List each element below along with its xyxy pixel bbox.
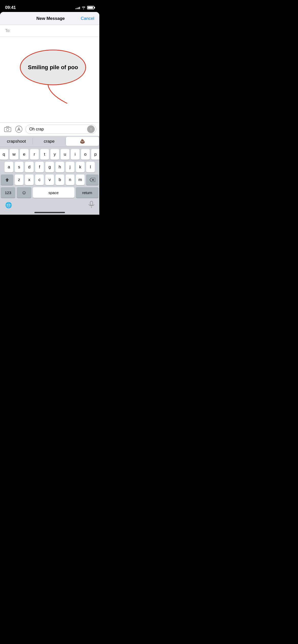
key-h[interactable]: h [56, 162, 64, 172]
key-c[interactable]: c [35, 174, 44, 185]
microphone-icon [89, 201, 94, 208]
key-i[interactable]: i [71, 149, 79, 160]
emoji-tooltip-text: Smiling pile of poo [28, 64, 78, 71]
keyboard-bottom-bar: 🌐 [0, 199, 99, 215]
signal-bar-2 [77, 8, 77, 9]
keyboard-rows: q w e r t y u i o p a s d f g h j k [0, 147, 99, 199]
tooltip-tail-icon [47, 84, 70, 105]
svg-point-1 [6, 128, 9, 131]
key-z[interactable]: z [15, 174, 23, 185]
key-o[interactable]: o [81, 149, 90, 160]
delete-key[interactable] [86, 174, 99, 185]
home-line [34, 212, 65, 213]
cancel-button[interactable]: Cancel [81, 16, 94, 21]
send-button[interactable]: ↑ [87, 125, 95, 133]
key-b[interactable]: b [56, 174, 64, 185]
key-f[interactable]: f [35, 162, 44, 172]
key-g[interactable]: g [45, 162, 54, 172]
camera-icon [4, 126, 11, 132]
message-input-text: Oh crap [29, 127, 86, 131]
emoji-tooltip-bubble: Smiling pile of poo [20, 50, 86, 85]
app-container: New Message Cancel To: Smiling pile of p… [0, 12, 99, 215]
globe-icon[interactable]: 🌐 [5, 202, 12, 209]
shift-icon [5, 178, 9, 182]
key-row-1: q w e r t y u i o p [1, 149, 99, 160]
message-input-wrap[interactable]: Oh crap ↑ [25, 125, 96, 134]
appstore-button[interactable]: A [14, 125, 23, 134]
home-indicator [34, 212, 65, 213]
key-j[interactable]: j [66, 162, 74, 172]
key-l[interactable]: l [86, 162, 95, 172]
input-bar: A Oh crap ↑ [0, 122, 99, 136]
status-time: 09:41 [5, 5, 16, 10]
key-r[interactable]: r [30, 149, 39, 160]
key-a[interactable]: a [5, 162, 13, 172]
signal-bar-3 [78, 7, 79, 9]
key-n[interactable]: n [66, 174, 74, 185]
message-area[interactable]: Smiling pile of poo [0, 37, 99, 122]
autocomplete-item-2[interactable]: crape [33, 136, 66, 147]
svg-rect-4 [90, 201, 93, 205]
key-k[interactable]: k [76, 162, 85, 172]
key-row-bottom: 123 ☺ space return [1, 187, 99, 198]
key-p[interactable]: p [91, 149, 99, 160]
autocomplete-item-3[interactable]: 💩 [66, 137, 99, 146]
space-key[interactable]: space [33, 187, 74, 198]
key-e[interactable]: e [20, 149, 29, 160]
key-x[interactable]: x [25, 174, 34, 185]
to-field-row: To: [0, 25, 99, 37]
status-bar: 09:41 [0, 0, 99, 12]
camera-button[interactable] [3, 125, 12, 134]
emoji-key[interactable]: ☺ [17, 187, 31, 198]
battery-icon [87, 6, 94, 9]
key-y[interactable]: y [50, 149, 59, 160]
nav-title: New Message [36, 16, 65, 21]
shift-key[interactable] [1, 174, 13, 185]
signal-bar-4 [79, 7, 80, 9]
to-label: To: [5, 28, 10, 33]
battery-fill [88, 7, 93, 9]
key-u[interactable]: u [61, 149, 69, 160]
key-row-2: a s d f g h j k l [1, 162, 99, 172]
return-key[interactable]: return [76, 187, 99, 198]
signal-bars-icon [75, 6, 80, 9]
delete-icon [90, 178, 95, 182]
key-m[interactable]: m [76, 174, 85, 185]
wifi-icon [82, 6, 86, 9]
key-s[interactable]: s [15, 162, 23, 172]
numbers-key[interactable]: 123 [1, 187, 15, 198]
mic-icon[interactable] [89, 201, 94, 210]
status-icons [75, 6, 94, 9]
keyboard[interactable]: crapshoot crape 💩 q w e r t y u i o p a [0, 136, 99, 215]
autocomplete-item-1[interactable]: crapshoot [0, 136, 33, 147]
key-d[interactable]: d [25, 162, 34, 172]
key-v[interactable]: v [45, 174, 54, 185]
appstore-icon: A [15, 125, 23, 133]
nav-header: New Message Cancel [0, 12, 99, 25]
key-w[interactable]: w [10, 149, 18, 160]
key-t[interactable]: t [40, 149, 49, 160]
emoji-tooltip-container: Smiling pile of poo [20, 50, 86, 105]
key-q[interactable]: q [0, 149, 8, 160]
key-row-3: z x c v b n m [1, 174, 99, 185]
signal-bar-1 [75, 8, 76, 9]
send-arrow-icon: ↑ [90, 127, 92, 131]
to-input[interactable] [12, 28, 94, 33]
autocomplete-bar: crapshoot crape 💩 [0, 136, 99, 147]
